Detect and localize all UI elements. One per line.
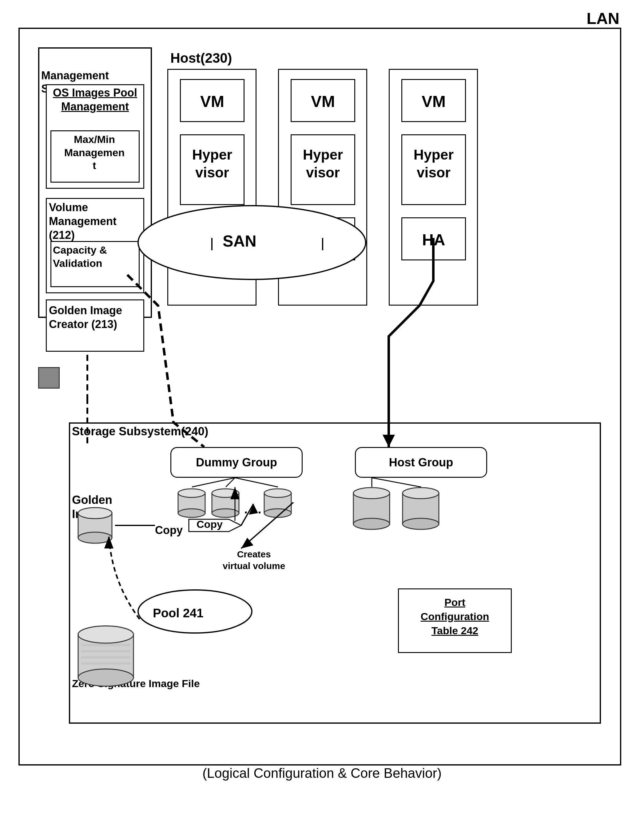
dots-label: . . . bbox=[244, 502, 261, 516]
svg-rect-6 bbox=[81, 644, 130, 646]
ha-box-3: HA bbox=[401, 218, 466, 260]
dummy-cyl-3 bbox=[263, 487, 293, 521]
vm-box-1: VM bbox=[180, 79, 244, 122]
host-label: Host(230) bbox=[170, 51, 232, 66]
dummy-cyl-2 bbox=[210, 487, 241, 521]
svg-rect-9 bbox=[81, 662, 130, 665]
svg-rect-7 bbox=[81, 650, 130, 653]
max-min-label: Max/MinManagement bbox=[53, 133, 136, 172]
storage-label: Storage Subsystem(240) bbox=[72, 425, 209, 438]
svg-point-15 bbox=[178, 509, 205, 518]
host-cyl-2 bbox=[401, 487, 441, 536]
svg-point-12 bbox=[78, 532, 112, 543]
hyper-label-1: Hypervisor bbox=[181, 135, 244, 181]
golden-image-cylinder bbox=[75, 506, 115, 545]
connector-icon bbox=[38, 367, 60, 389]
svg-point-17 bbox=[212, 489, 239, 498]
svg-point-14 bbox=[178, 489, 205, 498]
svg-point-11 bbox=[78, 507, 112, 519]
host-group-label: Host Group bbox=[389, 456, 453, 469]
svg-point-24 bbox=[353, 518, 389, 529]
cap-val-label: Capacity &Validation bbox=[53, 244, 136, 270]
svg-point-5 bbox=[78, 626, 133, 643]
lan-label: LAN bbox=[586, 9, 619, 28]
svg-point-20 bbox=[264, 489, 291, 498]
port-config-label: PortConfigurationTable 242 bbox=[399, 589, 511, 638]
copy-label: Copy bbox=[155, 524, 183, 537]
svg-point-26 bbox=[403, 487, 439, 499]
vm-box-2: VM bbox=[291, 79, 355, 122]
hyper-label-2: Hypervisor bbox=[291, 135, 354, 181]
hyper-label-3: Hypervisor bbox=[402, 135, 465, 181]
main-border: ManagementServer(210) OS Images Pool Man… bbox=[18, 28, 621, 766]
svg-point-21 bbox=[264, 509, 291, 518]
dummy-group-box: Dummy Group bbox=[170, 447, 303, 478]
hyper-box-1: Hypervisor bbox=[180, 134, 244, 205]
host-group-box: Host Group bbox=[355, 447, 487, 478]
vm-label-2: VM bbox=[291, 80, 354, 123]
creates-label: Createsvirtual volume bbox=[223, 548, 285, 571]
port-config-box: PortConfigurationTable 242 bbox=[398, 588, 512, 653]
zero-sig-cylinder bbox=[75, 625, 136, 687]
vol-mgmt-label: VolumeManagement(212) bbox=[49, 201, 141, 242]
page-container: LAN ManagementServer(210) OS Images Pool… bbox=[0, 0, 644, 815]
svg-point-18 bbox=[212, 509, 239, 518]
vm-label-3: VM bbox=[402, 80, 465, 123]
vm-label-1: VM bbox=[181, 80, 244, 123]
ha-label-3: HA bbox=[402, 218, 465, 261]
svg-point-23 bbox=[353, 487, 389, 499]
os-images-label: OS Images Pool Management bbox=[49, 86, 141, 113]
golden-creator-label: Golden ImageCreator (213) bbox=[49, 303, 141, 331]
dummy-cyl-1 bbox=[176, 487, 207, 521]
hyper-box-2: Hypervisor bbox=[291, 134, 355, 205]
bottom-caption: (Logical Configuration & Core Behavior) bbox=[202, 766, 442, 781]
vm-box-3: VM bbox=[401, 79, 466, 122]
dummy-group-label: Dummy Group bbox=[196, 456, 277, 469]
svg-rect-8 bbox=[81, 656, 130, 659]
san-label: SAN bbox=[223, 232, 256, 250]
host-col-3: VM Hypervisor HA bbox=[389, 69, 478, 306]
host-cyl-1 bbox=[352, 487, 392, 536]
pool-label: Pool 241 bbox=[153, 606, 204, 620]
hyper-box-3: Hypervisor bbox=[401, 134, 466, 205]
svg-point-27 bbox=[403, 518, 439, 529]
svg-point-4 bbox=[78, 669, 133, 686]
